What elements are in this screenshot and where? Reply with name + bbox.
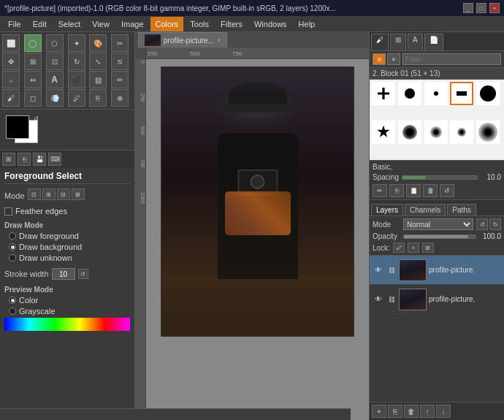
tool-scale[interactable]: ⤡	[89, 53, 107, 70]
layer-chain-1[interactable]: ⛓	[386, 294, 397, 305]
tool-ink[interactable]: 🖊	[68, 89, 85, 107]
lock-alpha-btn[interactable]: ⊞	[422, 243, 434, 253]
brush-cell-6[interactable]	[372, 121, 395, 144]
tool-free-select[interactable]: ⬡	[46, 34, 64, 52]
tool-scissors[interactable]: ✂	[111, 34, 129, 52]
layer-item-1[interactable]: 👁 ⛓ profile-picture.	[370, 285, 504, 314]
tool-crop[interactable]: ⊡	[46, 53, 64, 70]
radio-draw-background[interactable]: Draw background	[9, 243, 130, 251]
tool-heal[interactable]: ⊕	[111, 89, 129, 107]
move-layer-up-btn[interactable]: ↑	[420, 405, 435, 418]
canvas-image-area[interactable]	[146, 59, 369, 420]
tool-fuzzy-select[interactable]: ✦	[68, 34, 85, 52]
tab-layers[interactable]: Layers	[371, 204, 403, 215]
brush-refresh-icon[interactable]: ↺	[440, 184, 454, 197]
brush-cell-8[interactable]	[424, 121, 448, 144]
menu-tools[interactable]: Tools	[185, 17, 214, 31]
tool-blend[interactable]: ▧	[89, 71, 107, 88]
menu-windows[interactable]: Windows	[249, 17, 292, 31]
brush-cell-4[interactable]	[450, 82, 473, 105]
tab-patterns-icon[interactable]: ⊞	[390, 34, 406, 50]
new-image-icon[interactable]: ⊞	[2, 153, 15, 166]
tool-bucket-fill[interactable]: ⬛	[68, 71, 85, 88]
brush-cell-10[interactable]	[476, 121, 500, 144]
close-button[interactable]: ×	[489, 3, 500, 13]
tool-flip[interactable]: ⇔	[24, 71, 42, 88]
stroke-reset-icon[interactable]: ↺	[78, 269, 88, 279]
tab-brushes-icon[interactable]: 🖌	[371, 34, 389, 50]
brush-edit-icon[interactable]: ✏	[373, 184, 387, 197]
mode-prev-btn[interactable]: ↺	[476, 218, 488, 230]
mode-btn-replace[interactable]: ⊡	[28, 188, 41, 200]
layer-visibility-0[interactable]: 👁	[373, 264, 384, 276]
menu-filters[interactable]: Filters	[215, 17, 248, 31]
brush-delete-icon[interactable]: 🗑	[423, 184, 438, 197]
duplicate-layer-btn[interactable]: ⎘	[388, 405, 402, 418]
mode-select[interactable]: Normal Multiply Screen	[403, 218, 473, 230]
spacing-slider[interactable]	[402, 175, 478, 180]
layer-visibility-1[interactable]: 👁	[373, 294, 384, 305]
feather-edges-checkbox[interactable]: Feather edges	[4, 207, 130, 215]
tool-move[interactable]: ✥	[2, 53, 20, 70]
maximize-button[interactable]: □	[476, 3, 486, 13]
lock-pixels-btn[interactable]: 🖊	[393, 243, 405, 253]
open-image-icon[interactable]: ⎗	[18, 153, 31, 166]
menu-view[interactable]: View	[87, 17, 115, 31]
tab-close-button[interactable]: ×	[217, 37, 221, 44]
tool-clone[interactable]: ⎘	[89, 89, 107, 107]
tab-paths[interactable]: Paths	[447, 204, 476, 215]
brush-copy-icon[interactable]: ⎘	[389, 184, 404, 197]
mode-btn-intersect[interactable]: ⊠	[72, 188, 85, 200]
stroke-width-input[interactable]	[52, 268, 75, 280]
lock-position-btn[interactable]: +	[408, 243, 419, 253]
brush-cell-3[interactable]	[424, 82, 448, 105]
tool-shear[interactable]: ⧅	[111, 53, 129, 70]
tool-rotate[interactable]: ↻	[68, 53, 85, 70]
tab-documents-icon[interactable]: 📄	[424, 34, 443, 50]
radio-preview-color[interactable]: Color	[9, 296, 130, 305]
tool-select-by-color[interactable]: 🎨	[89, 34, 107, 52]
mode-btn-subtract[interactable]: ⊟	[57, 188, 70, 200]
tool-perspective[interactable]: ⬦	[2, 71, 20, 88]
view-grid-icon[interactable]: ⊞	[373, 53, 386, 65]
save-icon[interactable]: 💾	[33, 153, 46, 166]
delete-layer-btn[interactable]: 🗑	[404, 405, 419, 418]
foreground-color-swatch[interactable]	[6, 115, 29, 139]
canvas-tab-main[interactable]: profile-picture... ×	[138, 32, 227, 47]
tool-ellipse-select[interactable]: ◯	[24, 34, 42, 52]
radio-draw-unknown[interactable]: Draw unknown	[9, 253, 130, 262]
opacity-slider[interactable]	[403, 234, 476, 239]
brush-cell-5[interactable]	[476, 82, 500, 105]
mode-next-btn[interactable]: ↻	[489, 218, 501, 230]
menu-select[interactable]: Select	[53, 17, 86, 31]
brush-cell-9[interactable]	[450, 121, 473, 144]
brush-paste-icon[interactable]: 📋	[406, 184, 421, 197]
input-icon[interactable]: ⌨	[48, 153, 61, 166]
move-layer-down-btn[interactable]: ↓	[436, 405, 451, 418]
radio-preview-grayscale[interactable]: Grayscale	[9, 307, 130, 316]
layer-chain-0[interactable]: ⛓	[386, 265, 397, 275]
tool-pencil[interactable]: ✏	[111, 71, 129, 88]
view-list-icon[interactable]: ≡	[387, 53, 400, 65]
brush-cell-1[interactable]	[372, 82, 395, 105]
brush-cell-2[interactable]	[398, 82, 421, 105]
tool-airbrush[interactable]: 💨	[46, 89, 64, 107]
tool-rect-select[interactable]: ⬜	[2, 34, 20, 52]
reset-colors-icon[interactable]: ↺	[34, 115, 39, 122]
mode-btn-add[interactable]: ⊞	[42, 188, 56, 200]
radio-draw-foreground[interactable]: Draw foreground	[9, 232, 130, 240]
brush-filter-input[interactable]	[402, 53, 501, 65]
tool-align[interactable]: ⊞	[24, 53, 42, 70]
menu-file[interactable]: File	[3, 17, 26, 31]
tab-fonts-icon[interactable]: A	[408, 34, 423, 50]
menu-help[interactable]: Help	[294, 17, 321, 31]
minimize-button[interactable]: _	[463, 3, 473, 13]
menu-edit[interactable]: Edit	[28, 17, 52, 31]
tool-paintbrush[interactable]: 🖌	[2, 89, 20, 107]
menu-image[interactable]: Image	[116, 17, 149, 31]
new-layer-btn[interactable]: +	[372, 405, 386, 418]
layer-item-0[interactable]: 👁 ⛓ profile-picture.	[370, 256, 504, 285]
tab-channels[interactable]: Channels	[405, 204, 446, 215]
menu-colors[interactable]: Colors	[150, 17, 184, 31]
tool-eraser[interactable]: ◻	[24, 89, 42, 107]
